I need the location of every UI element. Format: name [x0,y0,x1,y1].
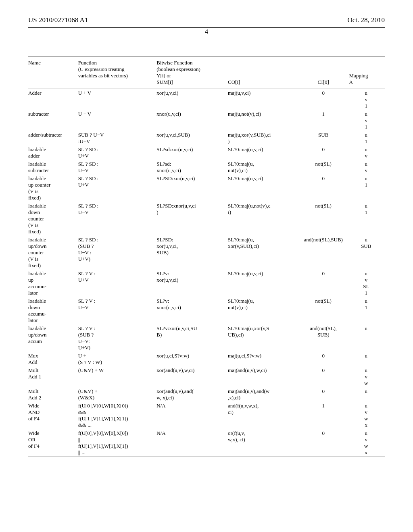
logic-functions-table: Name Function (C expression treating var… [28,56,385,457]
cell-func: f(U[0],V[0],W[0],X[0])||f(U[1],V[1],W[1]… [78,429,156,457]
cell-name: Adder [28,89,78,110]
cell-co: maj(u,not(v),ci) [228,110,299,131]
cell-co: SL?0:maj(u,not(v),ci) [228,202,299,236]
cell-map: uvSL1 [349,270,385,297]
table-row: loadablesubtracterSL ? SD :U−VSL?sd:xnor… [28,160,385,175]
cell-co: maj(u,xor(v,SUB),ci) [228,131,299,145]
cell-name: loadableup counter(V isfixed) [28,175,78,202]
col-co-header: CO[i] [228,56,299,89]
cell-name: loadablesubtracter [28,160,78,175]
cell-co: SL?0:maj(u,v,ci) [228,175,299,202]
cell-sum: xor(u,v,ci) [156,89,228,110]
cell-func: U + V [78,89,156,110]
cell-sum: xor(u,v,ci,SUB) [156,131,228,145]
cell-ci: 0 [299,145,349,160]
table-row: subtracterU − Vxnor(u,v,ci)maj(u,not(v),… [28,110,385,131]
cell-map: uvwx [349,429,385,457]
table-row: loadabledowncounter(V isfixed)SL ? SD :U… [28,202,385,236]
cell-name: MuxAdd [28,352,78,366]
table-row: AdderU + Vxor(u,v,ci)maj(u,v,ci)0uv1 [28,89,385,110]
col-func-header: Function (C expression treating variable… [78,56,156,89]
cell-ci: not(SL) [299,202,349,236]
cell-co: SL?0:maj(u,v,ci) [228,270,299,297]
cell-ci: 0 [299,270,349,297]
cell-func: SL ? SD :U−V [78,202,156,236]
cell-map: u1 [349,202,385,236]
cell-ci: and(not(SL),SUB) [299,324,349,352]
cell-sum: xnor(u,v,ci) [156,110,228,131]
cell-func: SL ? SD :U+V [78,175,156,202]
cell-name: loadabledownaccumu-lator [28,297,78,324]
col-name-header: Name [28,56,78,89]
table-header: Name Function (C expression treating var… [28,56,385,89]
table-row: WideANDof F4f(U[0],V[0],W[0],X[0])&&f(U[… [28,402,385,429]
cell-sum: N/A [156,402,228,429]
cell-ci: 1 [299,110,349,131]
sum-h2: (boolean expression) [156,66,200,72]
page: US 2010/0271068 A1 Oct. 28, 2010 4 Name … [0,0,413,473]
col-ci-header: CI[0] [299,56,349,89]
cell-func: SL ? V :(SUB ?U−V:U+V) [78,324,156,352]
cell-func: (U&V) + W [78,366,156,387]
cell-sum: xor(and(u,v),w,ci) [156,366,228,387]
table-bottom-rule [28,457,385,457]
cell-name: loadableup/downaccum [28,324,78,352]
page-header: US 2010/0271068 A1 Oct. 28, 2010 [28,16,385,24]
cell-ci: 0 [299,387,349,402]
cell-co: maj(and(u,v),and(w,x),ci) [228,387,299,402]
table-row: loadableadderSL ? SD :U+VSL?sd:xor(u,v,c… [28,145,385,160]
cell-sum: SL?SD:xor(u,v,ci,SUB) [156,236,228,270]
cell-name: WideANDof F4 [28,402,78,429]
cell-sum: SL?sd:xor(u,v,ci) [156,145,228,160]
cell-func: SL ? V :U−V [78,297,156,324]
cell-ci: 0 [299,89,349,110]
cell-ci: and(not(SL),SUB) [299,236,349,270]
publication-number: US 2010/0271068 A1 [28,16,88,24]
cell-ci: 1 [299,402,349,429]
cell-co: or(f(u,v,w,x), ci) [228,429,299,457]
table-row: MuxAddU +(S ? V : W)xor(u,ci,S?v:w)maj(u… [28,352,385,366]
cell-func: U +(S ? V : W) [78,352,156,366]
cell-sum: xor(u,ci,S?v:w) [156,352,228,366]
cell-name: adder/subtracter [28,131,78,145]
cell-name: loadableupaccumu-lator [28,270,78,297]
cell-co: SL?0:maj(u,xor(v,SUB),ci) [228,236,299,270]
cell-func: SUB ? U−V:U+V [78,131,156,145]
sum-h1: Bitwise Function [156,60,192,66]
cell-map: u1 [349,175,385,202]
cell-sum: SL?SD:xnor(u,v,ci) [156,202,228,236]
cell-co: maj(u,v,ci) [228,89,299,110]
cell-func: SL ? SD :(SUB ?U−V :U+V) [78,236,156,270]
cell-ci: 0 [299,175,349,202]
table-row: loadabledownaccumu-latorSL ? V :U−VSL?v:… [28,297,385,324]
cell-sum: SL?v:xnor(u,v,ci) [156,297,228,324]
table-row: loadableup/downcounter(V isfixed)SL ? SD… [28,236,385,270]
cell-name: MultAdd 2 [28,387,78,402]
cell-func: SL ? SD :U+V [78,145,156,160]
cell-func: f(U[0],V[0],W[0],X[0])&&f(U[1],V[1],W[1]… [78,402,156,429]
table-row: loadableup counter(V isfixed)SL ? SD :U+… [28,175,385,202]
cell-map: uvwx [349,402,385,429]
table-row: MultAdd 2(U&V) +(W&X)xor(and(u,v),and(w,… [28,387,385,402]
cell-func: SL ? SD :U−V [78,160,156,175]
cell-name: loadabledowncounter(V isfixed) [28,202,78,236]
cell-map: u [349,324,385,352]
cell-map: uv [349,145,385,160]
cell-name: loadableup/downcounter(V isfixed) [28,236,78,270]
cell-sum: SL?sd:xnor(u,v,ci) [156,160,228,175]
table-row: loadableup/downaccumSL ? V :(SUB ?U−V:U+… [28,324,385,352]
map-h1: Mapping [349,73,368,79]
cell-co: SL?0:maj(u,not(v),ci) [228,160,299,175]
table-body: AdderU + Vxor(u,v,ci)maj(u,v,ci)0uv1subt… [28,89,385,457]
cell-map: u1 [349,131,385,145]
cell-map: uv [349,160,385,175]
col-map-header: Mapping A [349,56,385,89]
cell-func: U − V [78,110,156,131]
func-h1: Function [78,60,97,66]
cell-map: u1 [349,297,385,324]
func-h2: (C expression treating [78,66,125,72]
table-wrapper: Name Function (C expression treating var… [28,56,385,457]
cell-co: maj(u,ci,S?v:w) [228,352,299,366]
cell-co: SL?0:maj(u,not(v),ci) [228,297,299,324]
table-row: loadableupaccumu-latorSL ? V :U+VSL?v:xo… [28,270,385,297]
